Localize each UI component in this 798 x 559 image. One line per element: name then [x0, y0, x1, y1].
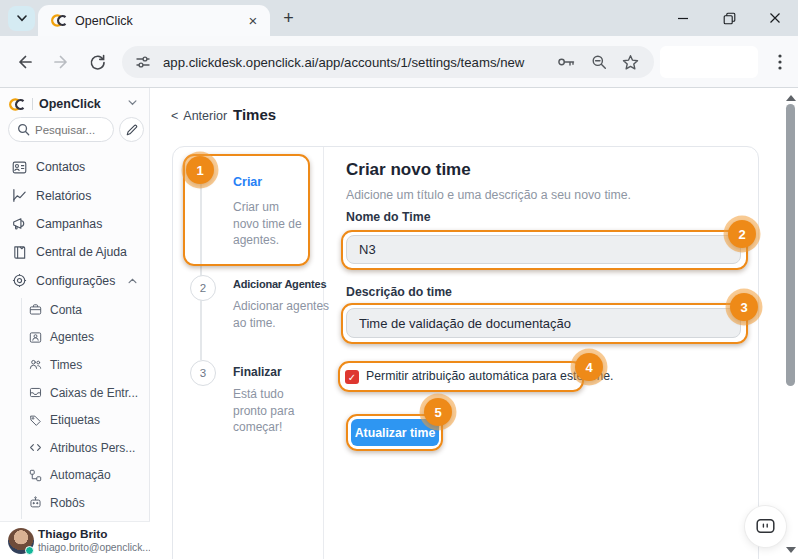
chevron-down-icon [17, 15, 27, 22]
checkmark-icon: ✓ [348, 372, 356, 383]
url-bar[interactable]: app.clickdesk.openclick.ai/app/accounts/… [122, 46, 654, 78]
book-icon [12, 245, 27, 260]
tab-search-button[interactable] [8, 6, 35, 31]
step-2-circle: 2 [190, 275, 216, 301]
search-icon [17, 123, 30, 136]
sidebar-item-label: Automação [50, 468, 111, 482]
team-wizard-card: 1 Criar Criar um novo time de agentes. 2… [172, 146, 759, 559]
sidebar-item-agentes[interactable]: Agentes [0, 324, 150, 352]
brand-header[interactable]: OpenClick [9, 94, 101, 114]
back-link[interactable]: < Anterior [171, 109, 227, 123]
scrollbar-down-arrow[interactable] [786, 547, 796, 553]
search-input[interactable] [35, 124, 97, 136]
inbox-icon [29, 386, 42, 399]
chat-widget-button[interactable] [745, 506, 786, 547]
site-settings-icon[interactable] [135, 54, 151, 70]
scrollbar-up-arrow[interactable] [786, 95, 796, 101]
code-icon [29, 441, 42, 454]
minimize-button[interactable] [660, 0, 706, 36]
browser-menu-button[interactable] [770, 51, 790, 73]
sidebar-item-label: Campanhas [36, 217, 102, 231]
status-dot [25, 546, 34, 555]
sidebar-item-campanhas[interactable]: Campanhas [0, 210, 150, 238]
page-title: Times [233, 106, 276, 123]
team-name-input[interactable] [346, 235, 741, 264]
tab-title: OpenClick [75, 14, 244, 28]
browser-toolbar: app.clickdesk.openclick.ai/app/accounts/… [0, 36, 798, 88]
team-description-label: Descrição do time [346, 285, 452, 299]
user-profile[interactable]: Thiago Brito thiago.brito@openclick... [0, 521, 150, 559]
sidebar-item-label: Central de Ajuda [36, 245, 127, 259]
step-finalizar-title: Finalizar [233, 365, 282, 379]
tab-close-icon[interactable]: × [244, 12, 262, 30]
step-adicionar-agentes-title: Adicionar Agentes [233, 278, 326, 290]
sidebar-item-relatorios[interactable]: Relatórios [0, 181, 150, 209]
compose-button[interactable] [119, 117, 144, 142]
scrollbar-thumb[interactable] [786, 104, 795, 386]
auto-assign-label[interactable]: Permitir atribuição automática para este… [366, 369, 613, 383]
sidebar-item-label: Atributos Pers... [50, 441, 135, 455]
sidebar-item-label: Agentes [50, 330, 94, 344]
contact-card-icon [12, 160, 27, 175]
browser-tab[interactable]: OpenClick × [38, 5, 270, 36]
sidebar-item-label: Times [50, 358, 82, 372]
minimize-icon [677, 12, 689, 24]
settings-subnav: Conta Agentes Times Caixas de Entr... Et… [0, 296, 150, 517]
forward-button[interactable] [50, 51, 72, 73]
toolbar-extension-chip [660, 46, 758, 78]
window-controls [660, 0, 798, 36]
sidebar-item-configuracoes[interactable]: Configurações [0, 267, 150, 295]
workspace-chevron-down-icon[interactable] [128, 100, 137, 106]
sidebar-item-atributos-personalizados[interactable]: Atributos Pers... [0, 434, 150, 462]
step-finalizar-desc: Está tudo pronto para começar! [233, 386, 315, 436]
users-icon [29, 358, 42, 371]
sidebar-item-conta[interactable]: Conta [0, 296, 150, 324]
page-scrollbar[interactable] [783, 88, 798, 559]
sidebar-item-robos[interactable]: Robôs [0, 489, 150, 517]
form-subheading: Adicione um título e uma descrição a seu… [346, 188, 631, 202]
sidebar-item-central-de-ajuda[interactable]: Central de Ajuda [0, 238, 150, 266]
bookmark-star-icon[interactable] [622, 54, 639, 71]
update-team-button[interactable]: Atualizar time [351, 419, 439, 446]
back-label: Anterior [183, 109, 227, 123]
sidebar-item-label: Caixas de Entr... [50, 386, 138, 400]
megaphone-icon [12, 216, 27, 231]
robot-icon [29, 496, 42, 509]
back-chevron-icon: < [171, 109, 178, 123]
new-tab-button[interactable]: + [277, 7, 300, 30]
back-button[interactable] [14, 51, 36, 73]
reload-icon [89, 54, 106, 71]
main-content: < Anterior Times 1 Criar Criar um novo t… [150, 88, 798, 559]
sidebar-item-label: Conta [50, 303, 82, 317]
stepper-connector-line [200, 184, 202, 360]
reload-button[interactable] [86, 51, 108, 73]
sidebar-item-label: Robôs [50, 496, 85, 510]
close-button[interactable] [752, 0, 798, 36]
forward-arrow-icon [52, 53, 70, 71]
sidebar-item-label: Contatos [36, 160, 85, 174]
url-text[interactable]: app.clickdesk.openclick.ai/app/accounts/… [163, 55, 557, 70]
password-key-icon[interactable] [557, 55, 576, 69]
briefcase-icon [29, 303, 42, 316]
tab-strip: OpenClick × + [0, 0, 798, 36]
subnav-guide-line [21, 298, 22, 519]
app-sidebar: OpenClick Contatos Relatórios Campanhas [0, 88, 150, 559]
sidebar-item-label: Relatórios [36, 189, 91, 203]
zoom-icon[interactable] [591, 54, 607, 70]
chart-icon [12, 188, 27, 203]
step-criar-title[interactable]: Criar [233, 175, 262, 189]
sidebar-item-caixas-de-entrada[interactable]: Caixas de Entr... [0, 379, 150, 407]
settings-icon [12, 273, 27, 288]
auto-assign-checkbox[interactable]: ✓ [345, 370, 359, 384]
sidebar-item-etiquetas[interactable]: Etiquetas [0, 406, 150, 434]
back-arrow-icon [16, 53, 34, 71]
sidebar-item-automacao[interactable]: Automação [0, 462, 150, 490]
sidebar-item-contatos[interactable]: Contatos [0, 153, 150, 181]
sidebar-search[interactable] [8, 117, 114, 142]
team-description-input[interactable] [346, 308, 741, 338]
browser-window: OpenClick × + [0, 0, 798, 559]
restore-button[interactable] [706, 0, 752, 36]
restore-icon [723, 12, 736, 25]
sidebar-item-times[interactable]: Times [0, 351, 150, 379]
step-3-circle: 3 [190, 360, 216, 386]
